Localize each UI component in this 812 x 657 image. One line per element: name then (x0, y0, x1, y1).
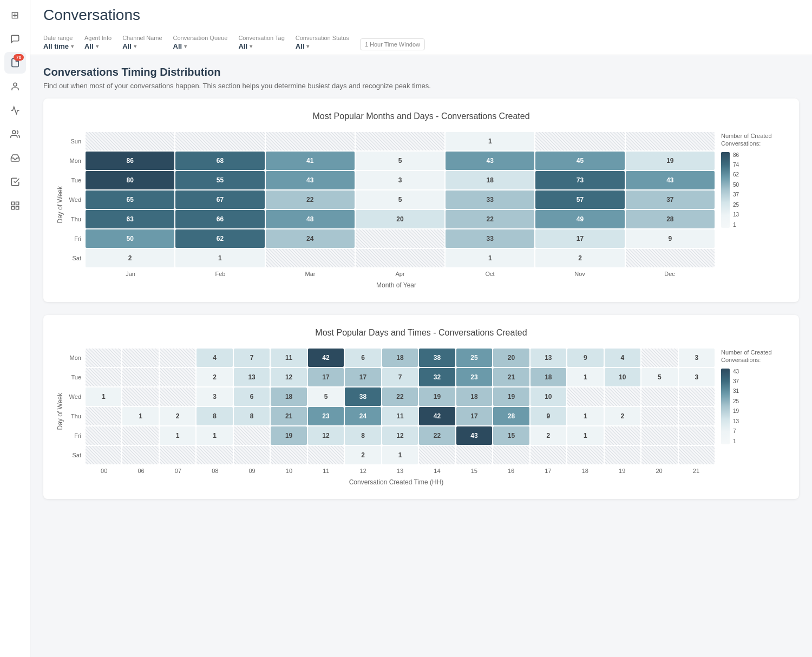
heatmap-cell: 62 (175, 229, 264, 248)
heatmap-cell: 2 (160, 407, 195, 425)
heatmap-cell: 9 (626, 229, 715, 248)
heatmap-cell: 5 (356, 190, 444, 209)
x-label: 11 (307, 468, 344, 474)
legend-label: 86 (733, 152, 739, 158)
heatmap-cell: 1 (86, 387, 121, 406)
row-label: Sat (66, 452, 86, 458)
row-label: Sun (66, 138, 86, 144)
heatmap-cell: 21 (271, 407, 306, 425)
heatmap-cell-empty (531, 446, 566, 464)
heatmap-cell-empty (160, 368, 195, 386)
heatmap-cell: 55 (175, 171, 264, 189)
filter-conversation-status-value: All (296, 42, 305, 50)
main-area: Conversations Date range All time ▾ Agen… (30, 0, 812, 657)
sidebar-icon-reports[interactable]: 70 (4, 52, 26, 74)
x-label: 15 (456, 468, 493, 474)
legend-label: 62 (733, 172, 739, 178)
sidebar-icon-conversations[interactable] (4, 28, 26, 50)
heatmap-cell-empty (122, 387, 158, 406)
chevron-down-icon: ▾ (71, 43, 74, 49)
sidebar-icon-inbox[interactable] (4, 147, 26, 169)
chart1-legend-labels: 867462503725131 (730, 152, 742, 228)
heatmap-cell: 9 (567, 349, 603, 367)
x-label: 13 (382, 468, 418, 474)
filter-date-range-value: All time (43, 42, 69, 50)
heatmap-cell: 18 (531, 368, 566, 386)
sidebar-icon-home[interactable]: ⊞ (4, 4, 26, 26)
heatmap-cell-empty (122, 349, 158, 367)
heatmap-cell: 25 (456, 349, 492, 367)
filter-agent-info: Agent Info All ▾ (84, 35, 112, 50)
filter-agent-info-value: All (84, 42, 94, 50)
heatmap-cell: 63 (86, 210, 174, 228)
heatmap-cell: 42 (419, 407, 455, 425)
sidebar-icon-grid[interactable] (4, 195, 26, 216)
chart2-title: Most Popular Days and Times - Conversati… (56, 328, 786, 338)
filter-agent-info-select[interactable]: All ▾ (84, 42, 112, 50)
x-label: 20 (640, 468, 677, 474)
sidebar-icon-contacts[interactable] (4, 76, 26, 97)
filter-conversation-queue-select[interactable]: All ▾ (173, 42, 228, 50)
filter-channel-name-select[interactable]: All ▾ (122, 42, 162, 50)
x-label: 10 (271, 468, 307, 474)
heatmap-cell-empty (197, 446, 232, 464)
heatmap-row: Thu63664820224928 (66, 210, 715, 228)
x-label: Feb (175, 271, 265, 277)
chevron-down-icon-3: ▾ (134, 43, 136, 49)
heatmap-cell-empty (160, 349, 195, 367)
filter-conversation-status: Conversation Status All ▾ (296, 35, 349, 50)
filter-conversation-status-select[interactable]: All ▾ (296, 42, 349, 50)
heatmap-row: Mon47114261838252013943 (66, 349, 715, 367)
svg-point-0 (14, 83, 17, 86)
heatmap-cell: 1 (567, 368, 603, 386)
heatmap-cell-empty (86, 446, 121, 464)
heatmap-cell: 11 (271, 349, 306, 367)
heatmap-cell: 80 (86, 171, 174, 189)
heatmap-cell: 65 (86, 190, 174, 209)
heatmap-cell-empty (160, 387, 195, 406)
heatmap-cell-empty (308, 446, 344, 464)
svg-rect-4 (16, 207, 18, 209)
heatmap-cell-empty (122, 446, 158, 464)
filter-time-window[interactable]: 1 Hour Time Window (360, 38, 425, 50)
filter-date-range-select[interactable]: All time ▾ (43, 42, 74, 50)
heatmap-cell-empty (641, 446, 677, 464)
heatmap-cell-empty (493, 446, 529, 464)
heatmap-cells: 8668415434519 (86, 152, 715, 170)
heatmap-row: Wed6567225335737 (66, 190, 715, 209)
heatmap-cell: 2 (531, 426, 566, 445)
filter-conversation-queue: Conversation Queue All ▾ (173, 35, 228, 50)
legend-label: 13 (733, 418, 739, 424)
x-label: Jan (86, 271, 175, 277)
x-label: 17 (529, 468, 566, 474)
heatmap-cell: 38 (419, 349, 455, 367)
filter-conversation-tag-select[interactable]: All ▾ (238, 42, 284, 50)
heatmap-row: Tue8055433187343 (66, 171, 715, 189)
sidebar-icon-team[interactable] (4, 123, 26, 145)
svg-rect-3 (16, 202, 18, 205)
heatmap-row: Sat21 (66, 446, 715, 464)
heatmap-cell: 3 (197, 387, 232, 406)
heatmap-cell: 43 (446, 152, 534, 170)
heatmap-cell: 22 (266, 190, 355, 209)
heatmap-cell: 1 (446, 132, 534, 150)
heatmap-cell-empty (86, 349, 121, 367)
heatmap-cell: 10 (531, 387, 566, 406)
sidebar-icon-chart[interactable] (4, 100, 26, 121)
reports-badge: 70 (14, 54, 23, 61)
heatmap-cell-empty (175, 132, 264, 150)
chart2-heatmap: Mon47114261838252013943Tue21312171773223… (66, 349, 715, 474)
heatmap-cell-empty (605, 426, 640, 445)
legend-label: 1 (733, 438, 739, 444)
legend-label: 43 (733, 369, 739, 375)
heatmap-cell: 12 (271, 368, 306, 386)
row-label: Fri (66, 235, 86, 242)
heatmap-cell: 13 (531, 349, 566, 367)
header: Conversations Date range All time ▾ Agen… (30, 0, 812, 55)
x-label: 09 (233, 468, 270, 474)
row-label: Tue (66, 374, 86, 380)
heatmap-cell-empty (567, 446, 603, 464)
chevron-down-icon-2: ▾ (96, 43, 99, 49)
sidebar-icon-checklist[interactable] (4, 171, 26, 193)
heatmap-cell: 7 (382, 368, 418, 386)
